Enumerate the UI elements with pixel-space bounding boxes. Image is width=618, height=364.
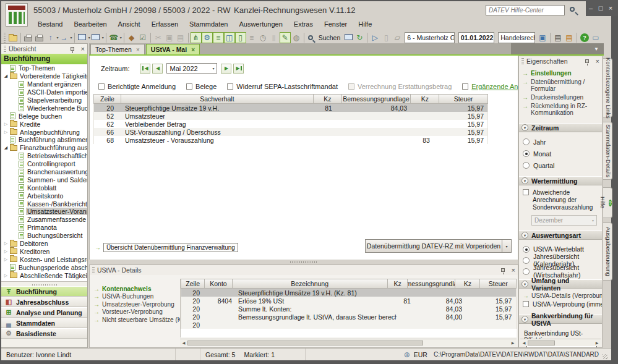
tree-item[interactable]: Betriebswirtschaftliche Aus... xyxy=(1,152,87,160)
edit-list-icon[interactable]: ≡ xyxy=(213,32,224,43)
properties-link-daten-bermittlung-formular[interactable]: →Datenübermittlung / Formular xyxy=(522,78,601,92)
pin-icon[interactable] xyxy=(585,59,589,63)
radio-quartal[interactable]: Quartal xyxy=(523,159,599,171)
tree-item[interactable]: Zusammenfassende Meldung xyxy=(1,216,87,224)
ledger-icon[interactable]: ▤ xyxy=(552,32,564,43)
column-header[interactable]: Sachverhalt xyxy=(121,95,314,103)
column-header[interactable]: Kz xyxy=(455,279,480,288)
checkbox-box[interactable] xyxy=(227,83,233,90)
column-header[interactable]: Bemessungsgrundlage xyxy=(342,95,411,103)
sondervorauszahlung-checkbox[interactable]: Abweichende Anrechnung der Sondervorausz… xyxy=(523,189,599,211)
tree-item[interactable]: Buchungsübersicht xyxy=(1,232,87,240)
scroll-right-icon[interactable]: ▶ xyxy=(593,341,601,345)
tree-item[interactable]: ▷Kreditoren xyxy=(1,247,87,255)
cut-icon[interactable]: ✂ xyxy=(153,32,164,43)
account-tree-icon[interactable]: ⋔ xyxy=(191,32,202,43)
checkbox-berichtigte-anmeldung[interactable]: Berichtigte Anmeldung xyxy=(98,83,176,90)
checkbox-box[interactable] xyxy=(348,83,354,90)
tree-expander-icon[interactable]: ▷ xyxy=(2,241,9,246)
ustva-verprobung-checkbox[interactable]: UStVA-Verprobung (immer im eigenen xyxy=(523,301,599,308)
section-umfang[interactable]: ▾ Umfang und Varianten xyxy=(519,279,602,289)
monitor-sync-icon[interactable] xyxy=(343,32,354,43)
tree-item[interactable]: Wiederkehrende Buchunge... xyxy=(1,104,87,112)
details-hscrollbar[interactable]: ◀ ▶ xyxy=(180,339,517,346)
nav-jahresabschluss[interactable]: ◧Jahresabschluss xyxy=(1,297,87,307)
side-tab-stammdaten-details[interactable]: Stammdaten-Details xyxy=(603,122,612,180)
checkbox-box[interactable] xyxy=(462,83,468,90)
new-window-icon[interactable] xyxy=(77,32,88,43)
radio-jahresuebersicht-wirtschaftsjahr[interactable]: Jahresübersicht (Wirtschaftsjahr) xyxy=(523,266,599,277)
tree-item[interactable]: ▷Kosten- und Leistungsrechnung xyxy=(1,255,87,263)
blank-icon[interactable]: ▮ xyxy=(268,32,280,43)
checkbox-box[interactable] xyxy=(186,83,192,90)
details-link-nicht-steuerbare-ums-tze-kz45-[interactable]: →Nicht steuerbare Umsätze (Kz45) xyxy=(93,316,179,324)
submit-options-caret[interactable]: ▾ xyxy=(502,239,512,253)
tree-expander-icon[interactable]: ▷ xyxy=(2,273,9,278)
tree-item[interactable]: Buchführung abstimmen xyxy=(1,136,87,144)
copy-icon[interactable]: ▣ xyxy=(164,32,175,43)
column-header[interactable]: Bezeichnung xyxy=(233,279,388,288)
tree-item[interactable]: ◢Finanzbuchführung auswerten xyxy=(1,144,87,152)
minimize-button[interactable]: – xyxy=(587,4,594,12)
tab-close-icon[interactable]: × xyxy=(191,46,195,53)
menu-erfassen[interactable]: Erfassen xyxy=(146,19,184,29)
forward-icon[interactable]: → xyxy=(59,32,70,43)
phone-icon[interactable]: ☎ xyxy=(108,32,119,43)
checkbox-belege[interactable]: Belege xyxy=(186,83,217,90)
tools-icon[interactable]: ⚙ xyxy=(202,32,213,43)
scroll-left-icon[interactable]: ◀ xyxy=(180,341,187,345)
tree-item[interactable]: Arbeitskonto xyxy=(1,192,87,200)
tree-item[interactable]: ◢Vorbereitende Tätigkeiten xyxy=(1,72,87,80)
tree-expander-icon[interactable]: ▷ xyxy=(2,130,9,135)
pin-icon[interactable] xyxy=(71,47,74,51)
table-row[interactable]: 208404Erlöse 19% USt8184,0315,97 xyxy=(181,297,517,305)
table-row[interactable]: 52Umsatzsteuer15,97 xyxy=(93,112,488,120)
tree-item[interactable]: Controllingreport xyxy=(1,160,87,168)
tab-close-icon[interactable]: × xyxy=(136,46,140,53)
table-row[interactable]: 20Steuerpflichtige Umsätze 19 v.H. (Kz. … xyxy=(181,289,517,297)
scroll-thumb[interactable] xyxy=(187,341,423,345)
search-icon[interactable] xyxy=(306,32,317,43)
ustva-details-link[interactable]: → UStVA-Details (Verprobung) einblenden xyxy=(523,292,599,299)
nav-basisdienste[interactable]: ⚙Basisdienste xyxy=(1,328,87,339)
checkbox-box[interactable] xyxy=(98,83,105,90)
menu-ansicht[interactable]: Ansicht xyxy=(113,19,146,29)
resize-grip[interactable] xyxy=(603,354,607,359)
column-header[interactable]: Bemessungsgrundlage xyxy=(408,279,455,288)
menu-extras[interactable]: Extras xyxy=(288,19,319,29)
close-icon[interactable]: × xyxy=(596,59,599,64)
tree-item[interactable]: Mandant ergänzen xyxy=(1,80,87,88)
arrange-window-icon[interactable] xyxy=(90,32,101,43)
nav-analyse-und-planung[interactable]: ⊞Analyse und Planung xyxy=(1,307,87,318)
period-select[interactable]: Mai 2022▾ xyxy=(166,63,217,74)
column-header[interactable]: Kz xyxy=(411,95,439,103)
tree-item[interactable]: Belege buchen xyxy=(1,112,87,120)
properties-hscrollbar[interactable]: ◀ ▶ xyxy=(520,339,601,346)
details-splitter[interactable] xyxy=(89,260,518,265)
column-header[interactable]: Steuer xyxy=(480,279,516,288)
panel-menu-icon[interactable]: ▼ xyxy=(594,46,599,52)
submit-datev-rz-button[interactable]: Datenübermittlung DATEV-RZ mit Vorperiod… xyxy=(365,239,502,253)
maximize-button[interactable]: □ xyxy=(597,4,604,12)
print-letter-icon[interactable] xyxy=(23,32,34,43)
date-combo[interactable]: 01.01.2022▾ xyxy=(458,32,494,43)
column-header[interactable]: Zeile xyxy=(181,279,205,288)
menu-auswertungen[interactable]: Auswertungen xyxy=(233,19,288,29)
doc-icon[interactable]: ▯ xyxy=(380,32,392,43)
tree-expander-icon[interactable]: ◢ xyxy=(2,74,9,78)
table-row[interactable]: 68Umsatzsteuer - Vorauszahlung8315,97 xyxy=(93,136,488,144)
tree-item[interactable]: Kontoblatt xyxy=(1,184,87,192)
toolbar-grip[interactable] xyxy=(4,33,6,43)
send-up-icon[interactable]: ↑ xyxy=(45,32,56,43)
nav-stammdaten[interactable]: ▄Stammdaten xyxy=(1,318,87,328)
tab-top-themen[interactable]: Top-Themen× xyxy=(90,44,145,54)
close-icon[interactable]: × xyxy=(512,268,515,273)
help-search-icon[interactable] xyxy=(570,7,575,12)
tree-expander-icon[interactable]: ◢ xyxy=(2,145,9,150)
column-header[interactable]: Steuer xyxy=(439,95,487,103)
menu-stammdaten[interactable]: Stammdaten xyxy=(184,19,233,29)
previous-period-button[interactable]: ◀ xyxy=(152,64,163,74)
menu-bestand[interactable]: Bestand xyxy=(32,19,68,29)
overview-transmission-link[interactable]: → Übersicht Datenübermittlung Finanzverw… xyxy=(95,243,238,252)
radio-jahr[interactable]: Jahr xyxy=(523,136,599,148)
